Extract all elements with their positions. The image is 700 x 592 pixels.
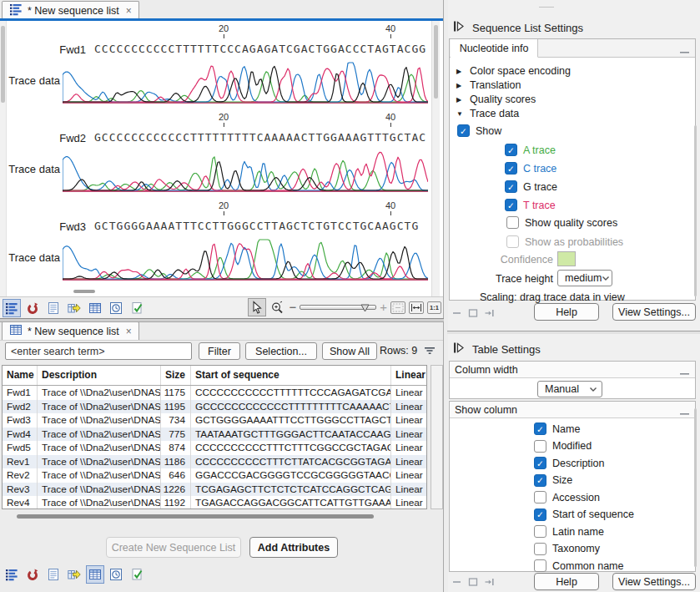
- checkbox-show-as-probabilities[interactable]: Show as probabilities: [506, 235, 623, 248]
- view-settings-button[interactable]: View Settings...: [612, 303, 696, 321]
- table-row[interactable]: Fwd5Trace of \\Dna2\user\DNAS...874CCCCC…: [3, 441, 426, 455]
- trace-chromatogram[interactable]: [63, 61, 428, 106]
- checkbox[interactable]: ✓: [534, 457, 546, 469]
- setting-quality-scores[interactable]: ▶Quality scores: [456, 94, 536, 105]
- sidebar-toggle-icon[interactable]: [452, 20, 466, 35]
- panel-scrollbar[interactable]: [694, 408, 697, 567]
- circular-view-icon[interactable]: [24, 300, 41, 316]
- dock-panel-icon[interactable]: [484, 577, 495, 589]
- column-header-linear[interactable]: Linear: [391, 366, 426, 385]
- tab-nucleotide-info[interactable]: Nucleotide info: [451, 39, 538, 58]
- checkbox[interactable]: ✓: [505, 199, 517, 211]
- report-icon[interactable]: [45, 300, 62, 316]
- trace-height-select[interactable]: medium: [557, 270, 612, 286]
- checkbox-column-latin-name[interactable]: Latin name: [534, 525, 604, 538]
- confidence-color-swatch[interactable]: [557, 251, 576, 266]
- column-header-description[interactable]: Description: [38, 366, 161, 385]
- tab-sequence-table[interactable]: * New sequence list ×: [2, 321, 139, 340]
- left-scrollbar[interactable]: [0, 21, 7, 296]
- close-tab-icon[interactable]: ×: [126, 326, 132, 337]
- table-view-icon[interactable]: [87, 566, 103, 583]
- table-row[interactable]: Fwd4Trace of \\Dna2\user\DNAS...775TAATA…: [3, 428, 426, 442]
- fit-selection-icon[interactable]: [390, 301, 405, 314]
- checkbox-column-taxonomy[interactable]: Taxonomy: [534, 543, 600, 555]
- zoom-out-icon[interactable]: −: [289, 301, 296, 313]
- checkbox-g-trace[interactable]: ✓G trace: [505, 180, 557, 193]
- table-row[interactable]: Fwd1Trace of \\Dna2\user\DNAS...1175CCCC…: [3, 386, 426, 400]
- checkbox[interactable]: ✓: [534, 509, 546, 521]
- checkbox-column-size[interactable]: ✓Size: [534, 474, 572, 487]
- help-button[interactable]: Help: [534, 573, 599, 590]
- list-view-icon[interactable]: [3, 300, 20, 316]
- collapse-panel-icon[interactable]: [452, 577, 462, 589]
- sequence-letters[interactable]: GCTGGGGAAAATTTCCTTGGGCCTTAGCTCTGTCCTGCAA…: [94, 220, 430, 232]
- zoom-in-icon[interactable]: +: [380, 301, 387, 313]
- checkbox[interactable]: [506, 235, 519, 248]
- close-tab-icon[interactable]: ×: [126, 5, 132, 17]
- checkbox[interactable]: [534, 543, 546, 555]
- sequence-letters[interactable]: GCCCCCCCCCCCCTTTTTTTTTCAAAAACTTGGAAAGTTT…: [94, 131, 430, 144]
- collapse-group-icon[interactable]: [680, 45, 690, 58]
- list-view-icon[interactable]: [3, 566, 20, 583]
- float-panel-icon[interactable]: [468, 308, 478, 321]
- export-table-icon[interactable]: [66, 566, 83, 583]
- checkbox[interactable]: [534, 491, 546, 503]
- panel-handle[interactable]: [539, 7, 554, 8]
- checkbox-t-trace[interactable]: ✓T trace: [505, 199, 556, 211]
- filter-button[interactable]: Filter: [199, 342, 240, 360]
- table-row[interactable]: Fwd3Trace of \\Dna2\user\DNAS...734GCTGG…: [3, 413, 426, 428]
- fit-width-icon[interactable]: [409, 301, 424, 314]
- sidebar-toggle-icon[interactable]: [452, 342, 466, 357]
- setting-trace-data[interactable]: ▼Trace data: [456, 108, 519, 119]
- table-vertical-scrollbar[interactable]: [431, 365, 443, 509]
- column-header-start-of-sequence[interactable]: Start of sequence: [191, 366, 391, 385]
- checkbox[interactable]: ✓: [505, 144, 517, 156]
- column-header-size[interactable]: Size: [161, 366, 191, 385]
- checkbox-c-trace[interactable]: ✓C trace: [505, 162, 556, 175]
- table-row[interactable]: Rev3Trace of \\Dna2\user\DNAS...1226TCGA…: [3, 483, 426, 497]
- column-width-select[interactable]: Manual: [537, 381, 602, 397]
- checkbox[interactable]: [534, 440, 546, 453]
- vertical-scrollbar[interactable]: [431, 21, 440, 296]
- create-sequence-list-button[interactable]: Create New Sequence List: [106, 537, 241, 558]
- sequence-view[interactable]: 2040Fwd1CCCCCCCCCCCTTTTTTCCCAGAGATCGACTG…: [0, 21, 445, 296]
- circular-view-icon[interactable]: [24, 566, 41, 583]
- zoom-100-button[interactable]: 1:1: [427, 301, 441, 314]
- collapse-group-icon[interactable]: [680, 367, 690, 379]
- panel-scrollbar[interactable]: [694, 125, 697, 296]
- selection-button[interactable]: Selection...: [245, 342, 317, 360]
- checkbox[interactable]: [534, 559, 546, 572]
- table-view-icon[interactable]: [87, 300, 103, 316]
- checkbox-column-common-name[interactable]: Common name: [534, 559, 623, 572]
- trace-chromatogram[interactable]: [63, 149, 428, 195]
- filter-funnel-icon[interactable]: [424, 346, 436, 358]
- collapse-group-icon[interactable]: [680, 407, 690, 419]
- checkbox-a-trace[interactable]: ✓A trace: [505, 144, 556, 156]
- float-panel-icon[interactable]: [468, 577, 478, 589]
- checkbox[interactable]: ✓: [457, 124, 470, 137]
- cursor-tool-icon[interactable]: [249, 299, 265, 316]
- setting-color-space-encoding[interactable]: ▶Color space encoding: [456, 65, 571, 77]
- element-info-icon[interactable]: [128, 566, 145, 583]
- history-icon[interactable]: [108, 566, 124, 583]
- checkbox[interactable]: ✓: [505, 162, 517, 175]
- collapse-panel-icon[interactable]: [452, 308, 462, 321]
- table-row[interactable]: Fwd2Trace of \\Dna2\user\DNAS...1195GCCC…: [3, 400, 426, 414]
- search-input[interactable]: [5, 342, 192, 360]
- trace-chromatogram[interactable]: [63, 238, 428, 283]
- table-horizontal-scrollbar[interactable]: [17, 514, 374, 519]
- horizontal-scrollbar[interactable]: [73, 290, 95, 293]
- checkbox[interactable]: ✓: [534, 474, 546, 487]
- checkbox[interactable]: [506, 216, 519, 229]
- checkbox-column-name[interactable]: ✓Name: [534, 422, 580, 435]
- sequence-letters[interactable]: CCCCCCCCCCCTTTTTTCCCAGAGATCGACTGGACCCTAG…: [94, 43, 430, 55]
- view-settings-button[interactable]: View Settings...: [612, 573, 696, 590]
- checkbox-show[interactable]: ✓Show: [457, 124, 501, 137]
- tab-sequence-list[interactable]: * New sequence list ×: [2, 1, 139, 19]
- checkbox-column-modified[interactable]: Modified: [534, 440, 592, 453]
- report-icon[interactable]: [45, 566, 62, 583]
- checkbox[interactable]: ✓: [534, 422, 546, 435]
- element-info-icon[interactable]: [128, 300, 145, 316]
- checkbox-column-description[interactable]: ✓Description: [534, 457, 605, 469]
- add-attributes-button[interactable]: Add Attributes: [249, 537, 338, 558]
